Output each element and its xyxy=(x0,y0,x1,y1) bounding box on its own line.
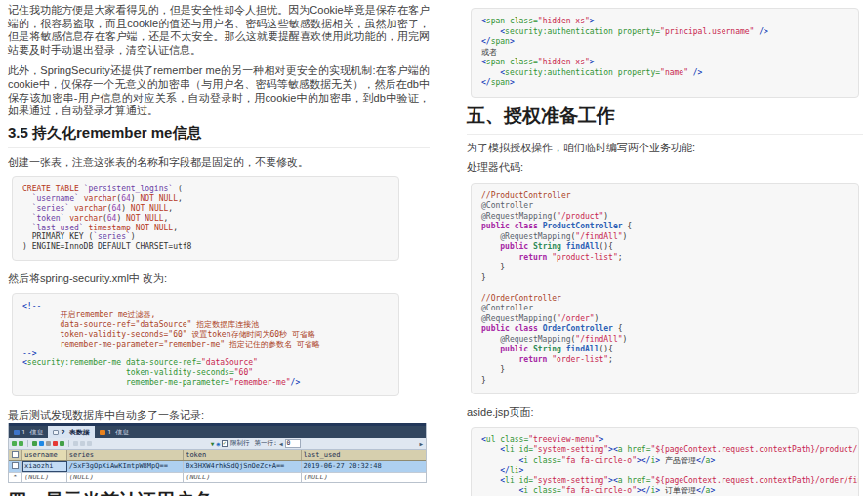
code-block-jsp-treeview-menu: <ul class="treeview-menu"> <li id="syste… xyxy=(471,427,859,496)
row-checkbox xyxy=(12,462,19,469)
db-select-all-cell xyxy=(9,450,22,460)
db-data-row-selected: xiaozhi /SxF3gOpXiAwKImtpW8MpQ== 0x3HXW4… xyxy=(9,461,426,473)
limit-rows-label: 限制行 xyxy=(230,439,250,448)
db-cell-null: (NULL) xyxy=(302,473,426,482)
db-header-row: username series token last_used xyxy=(9,450,426,461)
db-tab-table-data: 2 表数据 xyxy=(48,426,94,438)
next-page-icon: ▶ xyxy=(419,441,423,447)
db-tab-info-1: 1 信息 xyxy=(9,426,48,438)
db-empty-row: * (NULL) (NULL) (NULL) (NULL) xyxy=(9,473,426,482)
db-cell-series: /SxF3gOpXiAwKImtpW8MpQ== xyxy=(67,461,184,472)
db-tab-label: 1 信息 xyxy=(21,428,43,437)
add-row-icon xyxy=(32,441,37,446)
text-view-icon xyxy=(87,441,92,446)
db-cell-token: 0x3HXW4rhkSdQjSnOeZc+A== xyxy=(184,461,301,472)
first-row-label: 第一行: xyxy=(255,439,277,448)
export-icon xyxy=(12,441,17,446)
db-tab-info-2: 1 信息 xyxy=(95,426,134,438)
db-col-last-used: last_used xyxy=(302,450,426,460)
limit-rows-checkbox xyxy=(222,440,228,447)
paragraph-aside-jsp: aside.jsp页面: xyxy=(467,406,863,420)
db-row-marker-cell xyxy=(9,461,22,472)
db-new-row-marker: * xyxy=(9,473,22,482)
paragraph-spring-security-xml: 然后将spring-security.xml中 改为: xyxy=(8,272,430,286)
globe-icon: ◉ xyxy=(216,441,220,447)
db-col-series: series xyxy=(67,450,184,460)
code-block-java-controllers: //ProductController @Controller @Request… xyxy=(471,183,859,395)
select-all-checkbox xyxy=(12,451,19,458)
view-icon xyxy=(39,441,44,446)
code-block-authentication-tag: <span class="hidden-xs"> <security:authe… xyxy=(471,8,859,98)
heading-3-5-persist-remember-me: 3.5 持久化remember me信息 xyxy=(8,124,430,148)
grid-tab-icon xyxy=(53,430,59,435)
document-left-column: 记住我功能方便是大家看得见的，但是安全性却令人担忧。因为Cookie毕竟是保存在… xyxy=(8,0,430,496)
db-tab-label: 1 信息 xyxy=(107,428,129,437)
edit-icon xyxy=(46,441,51,446)
paragraph-safer-mechanism: 此外，SpringSecurity还提供了remember me的另一种相对更安… xyxy=(8,64,430,117)
db-toolbar: ▼ ◉ 限制行 第一行: ◀ 0 ▶ xyxy=(9,438,426,450)
info-tab-icon xyxy=(14,430,20,435)
db-cell-null: (NULL) xyxy=(67,473,184,482)
db-cell-username: xiaozhi xyxy=(22,461,67,472)
db-tab-bar: 1 信息 2 表数据 1 信息 xyxy=(9,423,426,438)
db-col-token: token xyxy=(184,450,301,460)
export-dropdown-icon xyxy=(19,441,23,446)
paragraph-remember-me-warning: 记住我功能方便是大家看得见的，但是安全性却令人担忧。因为Cookie毕竟是保存在… xyxy=(8,4,430,57)
code-block-xml-remember-me: <!-- 开启remember me过滤器, data-source-ref="… xyxy=(12,293,399,396)
heading-5-authorization-prep: 五、授权准备工作 xyxy=(467,104,863,135)
toolbar-separator xyxy=(27,440,28,447)
db-cell-null: (NULL) xyxy=(22,473,67,482)
delete-row-icon xyxy=(53,441,58,446)
paragraph-db-record: 最后测试发现数据库中自动多了一条记录: xyxy=(8,409,430,423)
grid-view-icon xyxy=(73,441,78,446)
refresh-icon xyxy=(60,441,64,446)
code-block-sql-create-table: CREATE TABLE `persistent_logins` ( `user… xyxy=(12,176,399,261)
toolbar-separator xyxy=(68,440,69,447)
db-cell-last-used: 2019-06-27 20:32:48 xyxy=(302,461,426,472)
db-tab-label: 2 表数据 xyxy=(61,428,89,437)
paragraph-simulate-authorization: 为了模拟授权操作，咱们临时编写两个业务功能: xyxy=(467,142,863,155)
first-row-value: 0 xyxy=(285,439,301,448)
previous-page-icon: ◀ xyxy=(279,441,283,447)
form-view-icon xyxy=(80,441,85,446)
info-tab-icon-2 xyxy=(100,430,105,435)
database-screenshot: 1 信息 2 表数据 1 信息 ▼ xyxy=(8,423,427,483)
paragraph-create-table: 创建一张表，注意这张表的名称和字段都是固定的，不要修改。 xyxy=(8,156,430,170)
heading-4-show-current-user: 四、显示当前认证用户名 xyxy=(8,489,430,496)
db-col-username: username xyxy=(22,450,67,460)
db-cell-null: (NULL) xyxy=(184,473,301,482)
paragraph-handler-code: 处理器代码: xyxy=(467,161,863,175)
filter-icon: ▼ xyxy=(211,441,215,447)
document-right-column: <span class="hidden-xs"> <security:authe… xyxy=(467,0,863,496)
